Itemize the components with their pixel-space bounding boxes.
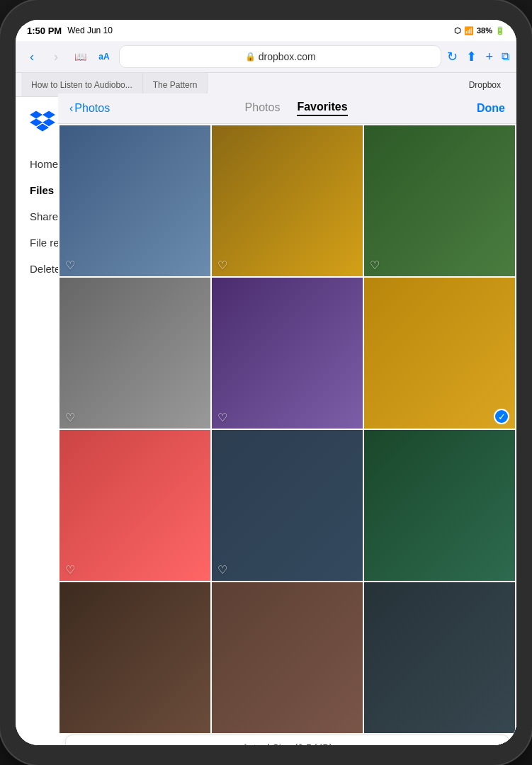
size-tooltip: Actual Size (2.5 MB) Choose Image Size: [65, 735, 509, 745]
heart-icon: ♡: [65, 563, 75, 577]
svg-marker-0: [30, 111, 43, 119]
chevron-left-icon: ‹: [69, 102, 73, 115]
status-time: 1:50 PM: [27, 26, 62, 36]
photo-cell[interactable]: ♡: [60, 125, 210, 276]
photo-cell[interactable]: ♡: [212, 430, 363, 581]
heart-icon: ♡: [65, 259, 75, 272]
svg-marker-1: [43, 111, 55, 119]
photos-picker-header: ‹ Photos Photos Favorites Done: [58, 94, 516, 124]
battery-icon: 🔋: [495, 26, 505, 35]
photo-cell[interactable]: ♡: [212, 125, 363, 276]
status-right: ⬡ 📶 38% 🔋: [454, 26, 505, 35]
tabs-button[interactable]: ⧉: [502, 49, 509, 64]
photos-picker-overlay: ‹ Photos Photos Favorites Done ♡ ♡: [58, 94, 516, 745]
heart-icon: ♡: [217, 411, 227, 424]
heart-icon: ♡: [65, 411, 75, 424]
reader-button[interactable]: 📖: [71, 47, 89, 66]
actual-size-label: Actual Size (2.5 MB): [242, 742, 333, 745]
wifi-icon: 📶: [464, 26, 474, 35]
text-size-button[interactable]: aA: [95, 47, 113, 66]
browser-actions: ↻ ⬆ + ⧉: [447, 49, 509, 64]
photo-cell[interactable]: ♡: [364, 125, 515, 276]
tab-photos[interactable]: Photos: [245, 101, 281, 116]
device-frame: 1:50 PM Wed Jun 10 ⬡ 📶 38% 🔋 ‹ › 📖 aA 🔒 …: [0, 0, 532, 765]
photo-cell[interactable]: [212, 582, 363, 733]
heart-icon: ♡: [370, 259, 380, 272]
heart-icon: ♡: [217, 563, 227, 577]
photos-tabs: Photos Favorites: [115, 101, 477, 116]
photo-cell[interactable]: ♡: [60, 278, 210, 429]
location-icon: ⬡: [454, 26, 461, 35]
photos-done-button[interactable]: Done: [477, 102, 505, 115]
url-bar[interactable]: 🔒 dropbox.com: [119, 45, 441, 68]
heart-icon: ♡: [217, 259, 227, 272]
battery-text: 38%: [477, 26, 492, 35]
photo-cell[interactable]: [60, 582, 210, 733]
forward-button[interactable]: ›: [47, 47, 65, 66]
photo-grid: ♡ ♡ ♡ ♡ ♡ ✓: [58, 124, 516, 735]
browser-chrome: ‹ › 📖 aA 🔒 dropbox.com ↻ ⬆ + ⧉: [16, 41, 516, 73]
photo-cell[interactable]: [364, 430, 515, 581]
photo-cell[interactable]: ♡: [212, 278, 363, 429]
photo-check-mark: ✓: [494, 409, 509, 424]
tab-favorites[interactable]: Favorites: [297, 101, 347, 116]
status-date: Wed Jun 10: [67, 26, 113, 35]
photo-cell selected[interactable]: ✓: [364, 278, 515, 429]
refresh-button[interactable]: ↻: [447, 49, 458, 64]
new-tab-button[interactable]: +: [485, 49, 493, 64]
lock-icon: 🔒: [245, 52, 256, 62]
photo-cell[interactable]: ♡: [60, 430, 210, 581]
photos-back-button[interactable]: ‹ Photos: [69, 102, 110, 115]
url-text: dropbox.com: [259, 51, 316, 62]
back-button[interactable]: ‹: [23, 47, 41, 66]
share-button[interactable]: ⬆: [466, 49, 477, 64]
status-bar: 1:50 PM Wed Jun 10 ⬡ 📶 38% 🔋: [16, 20, 516, 41]
device-screen: 1:50 PM Wed Jun 10 ⬡ 📶 38% 🔋 ‹ › 📖 aA 🔒 …: [16, 20, 516, 745]
photo-cell[interactable]: [364, 582, 515, 733]
